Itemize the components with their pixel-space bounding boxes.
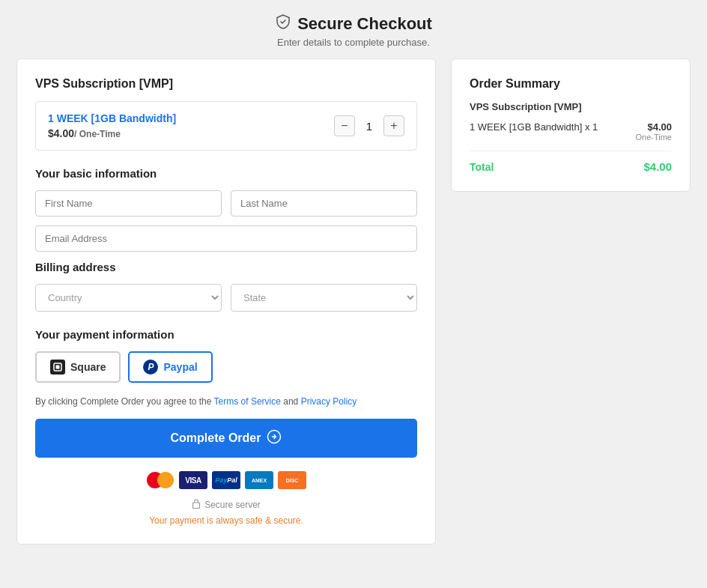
summary-item-row: 1 WEEK [1GB Bandwidth] x 1 $4.00 One-Tim…	[470, 121, 672, 151]
terms-text: By clicking Complete Order you agree to …	[35, 395, 417, 408]
product-section-title: VPS Subscription [VMP]	[35, 77, 417, 91]
product-plan-name: 1 WEEK [1GB Bandwidth]	[48, 112, 176, 124]
svg-rect-3	[193, 503, 200, 509]
secure-safe-note: Your payment is always safe & secure.	[35, 515, 417, 526]
summary-product-name: VPS Subscription [VMP]	[470, 101, 672, 112]
country-select[interactable]: Country	[35, 284, 222, 312]
billing-section: Billing address Country State	[35, 261, 417, 312]
summary-total-price: $4.00	[643, 160, 672, 173]
quantity-decrease-button[interactable]: −	[334, 115, 355, 136]
square-icon	[50, 360, 65, 375]
secure-server-label: Secure server	[35, 498, 417, 511]
quantity-control: − 1 +	[334, 115, 404, 136]
paypal-payment-button[interactable]: P Paypal	[128, 351, 212, 383]
visa-icon: VISA	[179, 471, 207, 489]
payment-methods: Square P Paypal	[35, 351, 417, 383]
summary-total-row: Total $4.00	[470, 160, 672, 173]
summary-item-price-block: $4.00 One-Time	[636, 121, 673, 142]
mastercard-icon	[146, 471, 175, 489]
basic-info-title: Your basic information	[35, 167, 417, 180]
billing-title: Billing address	[35, 261, 417, 273]
last-name-input[interactable]	[231, 190, 417, 216]
name-row	[35, 190, 417, 216]
paypal-card-icon: PayPal	[212, 471, 240, 489]
first-name-input[interactable]	[35, 190, 222, 216]
email-row	[35, 225, 417, 252]
card-icons-row: VISA PayPal AMEX DISC	[35, 471, 417, 489]
privacy-policy-link[interactable]: Privacy Policy	[301, 396, 357, 407]
shield-icon	[275, 13, 291, 34]
lock-icon	[192, 498, 201, 511]
summary-title: Order Summary	[470, 77, 672, 91]
address-row: Country State	[35, 284, 417, 312]
summary-total-label: Total	[470, 161, 494, 173]
paypal-icon: P	[143, 360, 158, 375]
amex-icon: AMEX	[245, 471, 273, 489]
payment-title: Your payment information	[35, 328, 417, 341]
page-subtitle: Enter details to complete purchase.	[0, 37, 707, 48]
checkout-form-panel: VPS Subscription [VMP] 1 WEEK [1GB Bandw…	[16, 58, 436, 545]
complete-order-button[interactable]: Complete Order	[35, 419, 417, 458]
summary-item-type: One-Time	[636, 133, 673, 142]
quantity-increase-button[interactable]: +	[383, 115, 404, 136]
summary-item-label: 1 WEEK [1GB Bandwidth] x 1	[470, 121, 598, 133]
order-summary-panel: Order Summary VPS Subscription [VMP] 1 W…	[451, 58, 691, 192]
discover-icon: DISC	[278, 471, 306, 489]
product-price: $4.00/ One-Time	[48, 127, 176, 139]
square-payment-button[interactable]: Square	[35, 351, 121, 383]
quantity-value: 1	[362, 120, 376, 133]
email-input[interactable]	[35, 225, 417, 252]
page-title: Secure Checkout	[297, 14, 432, 34]
state-select[interactable]: State	[231, 284, 417, 312]
arrow-circle-icon	[267, 429, 282, 447]
summary-item-price: $4.00	[636, 121, 673, 133]
terms-of-service-link[interactable]: Terms of Service	[214, 396, 281, 407]
payment-section: Your payment information Square P Paypal	[35, 328, 417, 383]
svg-rect-1	[56, 366, 60, 369]
product-box: 1 WEEK [1GB Bandwidth] $4.00/ One-Time −…	[35, 101, 417, 151]
